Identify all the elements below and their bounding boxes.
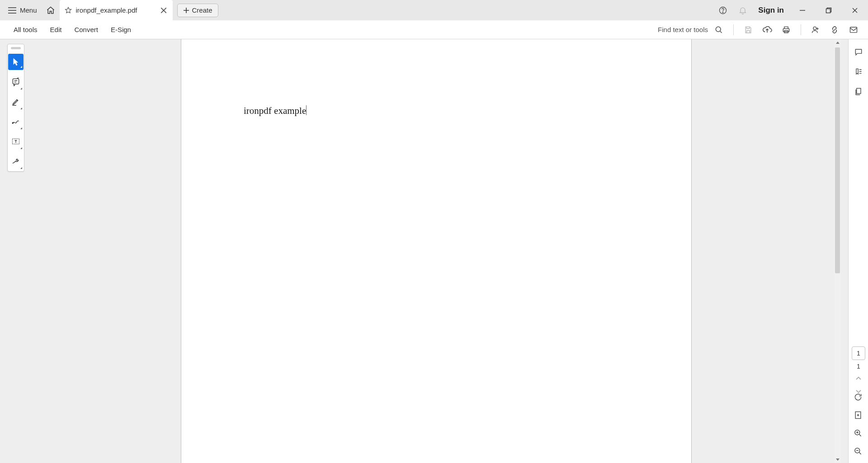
save-button[interactable] (739, 22, 757, 38)
scroll-up-arrow[interactable] (834, 39, 841, 47)
highlighter-icon (11, 97, 20, 106)
menu-button[interactable]: Menu (4, 4, 42, 17)
link-icon (830, 25, 839, 34)
zoom-out-button[interactable] (851, 444, 865, 458)
draw-icon (11, 117, 20, 126)
titlebar: Menu ironpdf_example.pdf Create Sign in (0, 0, 868, 20)
scroll-down-arrow[interactable] (834, 456, 841, 463)
email-button[interactable] (844, 22, 863, 38)
search-icon (714, 25, 723, 34)
zoom-in-icon (854, 429, 863, 438)
bell-icon (738, 6, 747, 15)
home-icon (46, 6, 55, 15)
left-toolbox (7, 44, 24, 172)
minimize-icon (799, 7, 806, 14)
signature-icon (11, 157, 20, 166)
pages-icon (854, 87, 863, 96)
svg-rect-3 (826, 9, 830, 13)
create-button[interactable]: Create (177, 4, 218, 17)
chevron-up-icon (835, 41, 840, 45)
scroll-thumb[interactable] (835, 47, 840, 273)
document-tab[interactable]: ironpdf_example.pdf (60, 0, 173, 20)
toolbar-edit[interactable]: Edit (44, 22, 68, 37)
menu-label: Menu (20, 6, 37, 14)
bookmark-list-icon (854, 67, 863, 76)
sticky-note-icon (11, 77, 20, 86)
restore-icon (826, 7, 832, 14)
toolbar-esign[interactable]: E-Sign (104, 22, 137, 37)
window-restore-button[interactable] (816, 0, 842, 20)
envelope-icon (849, 25, 858, 34)
help-icon (718, 6, 727, 15)
tab-label: ironpdf_example.pdf (76, 6, 156, 14)
share-people-icon (811, 25, 820, 34)
svg-point-10 (12, 122, 13, 123)
toolbar-left: All tools Edit Convert E-Sign (0, 22, 137, 37)
svg-point-1 (723, 12, 724, 12)
star-icon (64, 6, 72, 14)
main-area: ironpdf example 1 1 (0, 39, 868, 463)
toolbar-all-tools[interactable]: All tools (7, 22, 44, 37)
notifications-button[interactable] (733, 0, 753, 20)
svg-point-7 (813, 27, 816, 30)
bookmarks-panel-button[interactable] (850, 64, 867, 80)
text-box-icon (11, 137, 20, 146)
page-number-input[interactable]: 1 (852, 346, 865, 360)
svg-rect-12 (856, 89, 860, 94)
toolbar-right: Find text or tools (658, 22, 868, 38)
page-surface[interactable]: ironpdf example (181, 39, 692, 463)
prev-page-button[interactable] (852, 373, 865, 383)
vertical-scrollbar[interactable] (834, 39, 841, 463)
comment-icon (854, 47, 863, 56)
chevron-down-icon (835, 458, 840, 461)
search-button[interactable] (710, 22, 728, 38)
plus-icon (183, 7, 189, 14)
find-label: Find text or tools (658, 26, 709, 33)
document-body-text[interactable]: ironpdf example (244, 105, 307, 117)
toolbar-convert[interactable]: Convert (68, 22, 104, 37)
window-close-button[interactable] (842, 0, 868, 20)
chevron-up-icon (855, 376, 862, 380)
cloud-upload-icon (762, 25, 772, 34)
select-tool-button[interactable] (8, 54, 24, 70)
text-caret (306, 105, 307, 115)
grip-handle[interactable] (11, 47, 21, 49)
help-button[interactable] (713, 0, 733, 20)
print-button[interactable] (777, 22, 795, 38)
share-people-button[interactable] (807, 22, 825, 38)
cursor-icon (12, 57, 20, 66)
signin-label: Sign in (758, 6, 784, 14)
text-box-tool-button[interactable] (8, 131, 24, 151)
fit-page-icon (854, 411, 863, 420)
comments-panel-button[interactable] (850, 44, 867, 60)
zoom-in-button[interactable] (851, 426, 865, 440)
thumbnails-panel-button[interactable] (850, 84, 867, 100)
scroll-track[interactable] (834, 47, 841, 456)
page-total: 1 (857, 363, 860, 370)
signin-button[interactable]: Sign in (753, 6, 789, 15)
svg-rect-9 (13, 79, 19, 84)
save-icon (744, 25, 753, 34)
sign-tool-button[interactable] (8, 151, 24, 171)
create-label: Create (192, 6, 212, 14)
draw-tool-button[interactable] (8, 112, 24, 131)
svg-point-4 (716, 27, 721, 32)
highlight-tool-button[interactable] (8, 92, 24, 112)
home-button[interactable] (42, 1, 60, 19)
fit-page-button[interactable] (851, 408, 865, 422)
separator (801, 24, 801, 35)
close-tab-icon[interactable] (160, 7, 167, 14)
rotate-button[interactable] (851, 390, 865, 404)
canvas-wrap: ironpdf example (24, 39, 848, 463)
printer-icon (782, 25, 791, 34)
upload-button[interactable] (758, 22, 776, 38)
svg-rect-8 (850, 27, 857, 33)
rotate-icon (854, 393, 863, 402)
sticky-note-tool-button[interactable] (8, 72, 24, 92)
zoom-out-icon (854, 447, 863, 456)
window-minimize-button[interactable] (789, 0, 816, 20)
close-icon (852, 7, 858, 14)
zoom-cluster (851, 390, 865, 458)
hamburger-icon (8, 7, 16, 14)
share-link-button[interactable] (826, 22, 844, 38)
